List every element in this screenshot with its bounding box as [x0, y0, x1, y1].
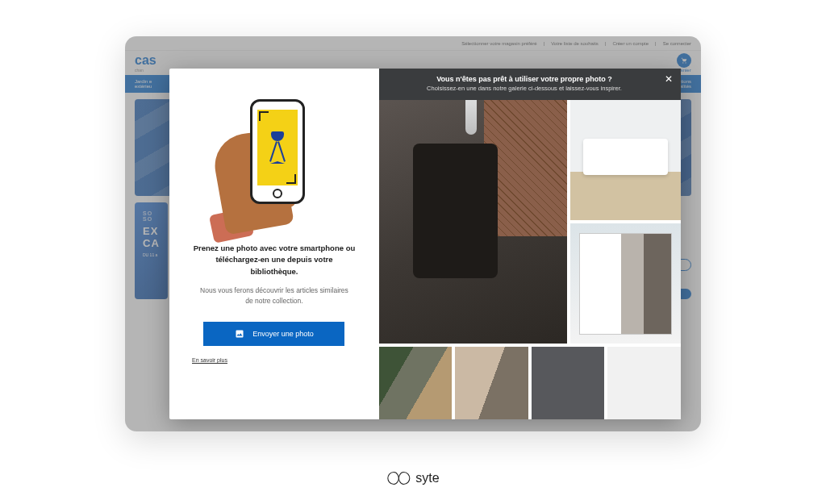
syte-brand: syte: [386, 470, 439, 486]
modal-right-panel: Vous n'êtes pas prêt à utiliser votre pr…: [379, 69, 681, 419]
gallery-image-bathroom[interactable]: [570, 100, 681, 220]
image-upload-icon: [235, 329, 244, 339]
learn-more-link[interactable]: En savoir plus: [192, 357, 227, 363]
gallery-image-blank[interactable]: [607, 347, 681, 419]
upload-illustration: [218, 93, 331, 230]
modal-left-panel: Prenez une photo avec votre smartphone o…: [169, 69, 379, 419]
browser-frame: Sélectionner votre magasin préféré| Votr…: [125, 36, 701, 431]
gallery-header: Vous n'êtes pas prêt à utiliser votre pr…: [379, 69, 681, 100]
gallery-image-living-room[interactable]: [379, 347, 453, 419]
gallery-image-wardrobe[interactable]: [570, 223, 681, 344]
modal-subtitle: Nous vous ferons découvrir les articles …: [192, 285, 357, 306]
gallery-image-flooring[interactable]: [455, 347, 528, 419]
close-icon[interactable]: ✕: [663, 74, 674, 85]
gallery-title: Vous n'êtes pas prêt à utiliser votre pr…: [392, 75, 657, 83]
modal-title: Prenez une photo avec votre smartphone o…: [192, 243, 357, 277]
gallery-subtitle: Choisissez-en une dans notre galerie ci-…: [392, 85, 657, 92]
inspiration-gallery: [379, 100, 681, 419]
visual-search-modal: Prenez une photo avec votre smartphone o…: [169, 69, 681, 419]
syte-logo-icon: [386, 470, 411, 486]
gallery-image-tile[interactable]: [532, 347, 605, 419]
upload-photo-button[interactable]: Envoyer une photo: [203, 322, 344, 346]
gallery-image-kitchen-sink[interactable]: [379, 100, 567, 344]
